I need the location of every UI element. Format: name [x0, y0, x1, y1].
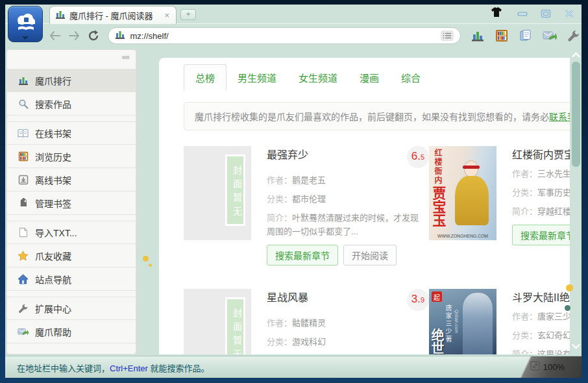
- sidebar-item-help[interactable]: 魔爪帮助: [7, 320, 136, 343]
- sidebar-item-label: 浏览历史: [35, 150, 71, 163]
- book-cover-image[interactable]: 起 唐家三少著 Qidian.com 绝世唐门: [429, 289, 496, 354]
- sidebar-item-favorites[interactable]: 爪友收藏: [7, 244, 136, 267]
- author-value: 唐家三少: [537, 312, 570, 321]
- cover-site-text: WWW.ZONGHENG.COM: [434, 234, 491, 239]
- paint-dot: [149, 264, 152, 267]
- ranking-chart-icon[interactable]: [470, 28, 485, 43]
- tab-misc[interactable]: 综合: [390, 65, 432, 90]
- sidebar-item-label: 魔爪帮助: [35, 325, 71, 338]
- bookshelf-icon[interactable]: [494, 28, 509, 43]
- tab-overall[interactable]: 总榜: [184, 64, 227, 90]
- scroll-down-icon[interactable]: [570, 340, 582, 352]
- tab-favicon-chart-icon: [55, 9, 66, 22]
- search-latest-chapter-button[interactable]: 搜索最新章节: [512, 225, 570, 245]
- sidebar-item-site-nav[interactable]: 站点导航: [7, 267, 136, 291]
- category-label: 分类：: [267, 337, 292, 347]
- book-item: 起 唐家三少著 Qidian.com 绝世唐门 斗罗大陆II绝世唐门 作者：唐家…: [429, 289, 570, 354]
- book-title[interactable]: 斗罗大陆II绝世唐门: [512, 289, 570, 304]
- tab-male-channel[interactable]: 男生频道: [227, 65, 288, 90]
- category-value: 都市伦理: [292, 194, 326, 204]
- sidebar-item-offline-shelf[interactable]: 离线书架: [7, 168, 136, 192]
- no-cover-label: 封面暂无: [225, 297, 245, 354]
- sidebar-item-label: 管理书签: [35, 197, 71, 210]
- share-mail-icon[interactable]: [542, 28, 557, 43]
- book-cover-placeholder[interactable]: 封面暂无: [184, 289, 251, 354]
- tab-comics[interactable]: 漫画: [349, 65, 390, 90]
- address-bar[interactable]: mz://shelf/: [108, 27, 461, 44]
- browser-tab[interactable]: 魔爪排行 - 魔爪阅读器 ×: [49, 6, 177, 24]
- sidebar-collapse-button[interactable]: ««: [7, 50, 136, 63]
- sidebar-item-ranking[interactable]: 魔爪排行: [7, 69, 136, 92]
- book-cover-image[interactable]: 红楼衙内 贾宝玉 WWW.ZONGHENG.COM: [429, 146, 496, 240]
- status-hint: 在地址栏中输入关键词，Ctrl+Enter 就能搜索作品。: [17, 362, 210, 374]
- wrench-icon[interactable]: [566, 28, 582, 43]
- intro-label: 简介：: [512, 206, 537, 216]
- start-reading-button[interactable]: 开始阅读: [343, 245, 397, 266]
- sidebar-item-history[interactable]: 浏览历史: [7, 145, 136, 168]
- maximize-button[interactable]: [537, 8, 554, 19]
- wrench-icon: [18, 303, 29, 314]
- navigation-toolbar: mz://shelf/: [5, 25, 582, 47]
- sidebar-item-label: 魔爪排行: [35, 74, 71, 87]
- author-label: 作者：: [267, 175, 292, 185]
- author-label: 作者：: [512, 312, 537, 321]
- cover-seal-text: 起: [432, 291, 442, 302]
- url-input[interactable]: mz://shelf/: [130, 31, 434, 41]
- author-value: 骷髅精灵: [292, 318, 326, 328]
- refresh-button[interactable]: [84, 27, 103, 44]
- contact-us-link[interactable]: 联系我们: [549, 112, 570, 122]
- new-tab-button[interactable]: +: [180, 9, 196, 20]
- sidebar-item-label: 导入TXT...: [35, 226, 77, 239]
- search-latest-chapter-button[interactable]: 搜索最新章节: [267, 245, 338, 266]
- search-icon: [18, 98, 29, 109]
- cover-figure: [455, 160, 489, 225]
- book-item: 红楼衙内 贾宝玉 WWW.ZONGHENG.COM 红楼衙内贾宝玉 作者：三水先…: [429, 146, 570, 266]
- no-cover-label: 封面暂无: [225, 154, 245, 226]
- skin-tshirt-icon[interactable]: [491, 7, 502, 20]
- notice-text: 魔爪排行榜收集的是爪友们最喜欢的作品，前后键翻页，如果没有找到您想看的，请务必: [195, 112, 549, 122]
- vertical-scrollbar[interactable]: [570, 49, 582, 356]
- tab-female-channel[interactable]: 女生频道: [288, 65, 349, 90]
- home-icon: [18, 273, 29, 284]
- tab-close-icon[interactable]: ×: [163, 10, 171, 21]
- category-label: 分类：: [512, 330, 537, 340]
- intro-value: 这里没有武术，却有...: [537, 349, 570, 354]
- hotkey-text: Ctrl+Enter: [110, 364, 148, 373]
- scroll-up-icon[interactable]: [570, 49, 582, 60]
- zoom-resize-icon: [530, 361, 540, 373]
- category-label: 分类：: [267, 194, 292, 204]
- book-cover-placeholder[interactable]: 封面暂无: [184, 146, 251, 240]
- category-value: 玄幻奇幻: [537, 330, 570, 340]
- book-title[interactable]: 红楼衙内贾宝玉: [512, 146, 570, 162]
- status-bar: 在地址栏中输入关键词，Ctrl+Enter 就能搜索作品。 100%: [5, 356, 582, 378]
- mail-arrow-icon: [18, 326, 29, 337]
- sidebar-item-online-shelf[interactable]: 在线书架: [7, 121, 136, 145]
- intro-value: 穿越红楼的贾宝玉，不...: [537, 206, 570, 216]
- notice-banner: 魔爪排行榜收集的是爪友们最喜欢的作品，前后键翻页，如果没有找到您想看的，请务必联…: [184, 102, 570, 130]
- category-value: 游戏科幻: [292, 337, 326, 347]
- main-panel: 总榜 男生频道 女生频道 漫画 综合 魔爪排行榜收集的是爪友们最喜欢的作品，前后…: [159, 58, 570, 354]
- zoom-control[interactable]: 100%: [530, 361, 565, 373]
- scrollbar-thumb[interactable]: [572, 62, 580, 167]
- sidebar-item-label: 离线书架: [35, 173, 71, 186]
- paint-dot: [566, 284, 573, 291]
- sidebar-item-import-txt[interactable]: 导入TXT...: [7, 221, 136, 244]
- sidebar-item-label: 扩展中心: [35, 302, 71, 315]
- sidebar-item-extensions[interactable]: 扩展中心: [7, 297, 136, 320]
- app-menu-caret-icon: [22, 36, 29, 40]
- documents-icon[interactable]: [518, 28, 533, 43]
- url-dropdown-list-icon[interactable]: [438, 29, 456, 42]
- window-frame: 魔爪排行 - 魔爪阅读器 × +: [0, 0, 588, 383]
- book-title[interactable]: 最强弃少: [267, 146, 308, 162]
- book-title[interactable]: 星战风暴: [267, 289, 308, 304]
- paint-dot: [565, 305, 570, 311]
- url-favicon-chart-icon: [115, 29, 125, 42]
- minimize-button[interactable]: [514, 8, 531, 19]
- forward-button[interactable]: [65, 27, 84, 44]
- sidebar-item-search-works[interactable]: 搜索作品: [7, 92, 136, 116]
- back-button[interactable]: [46, 27, 65, 44]
- app-menu-button[interactable]: [8, 6, 43, 42]
- close-button[interactable]: [561, 8, 578, 19]
- sidebar-item-bookmarks[interactable]: 管理书签: [7, 192, 136, 215]
- sidebar-item-label: 站点导航: [35, 273, 71, 286]
